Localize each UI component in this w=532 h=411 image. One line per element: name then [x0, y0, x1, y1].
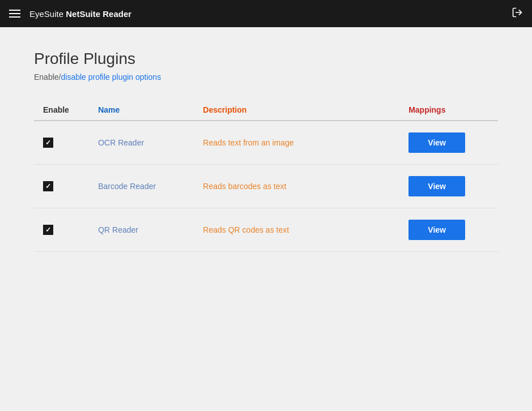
product-name: NetSuite Reader [66, 9, 131, 19]
row-enable-cell [34, 208, 89, 252]
table-header: Enable Name Description Mappings [34, 100, 498, 121]
header-description: Description [194, 100, 399, 121]
page-title: Profile Plugins [34, 50, 498, 68]
ocr-reader-name: OCR Reader [89, 121, 194, 165]
barcode-reader-checkbox[interactable] [43, 181, 53, 191]
barcode-reader-view-button[interactable]: View [408, 176, 465, 196]
table-row: OCR Reader Reads text from an image View [34, 121, 498, 165]
header-enable: Enable [34, 100, 89, 121]
checkbox-wrapper [43, 225, 80, 235]
header-mappings: Mappings [399, 100, 498, 121]
ocr-reader-checkbox[interactable] [43, 138, 53, 148]
checkbox-wrapper [43, 138, 80, 148]
subtitle-static: Enable/ [34, 72, 61, 82]
table-row: QR Reader Reads QR codes as text View [34, 208, 498, 252]
checkbox-wrapper [43, 181, 80, 191]
qr-reader-checkbox[interactable] [43, 225, 53, 235]
qr-reader-name: QR Reader [89, 208, 194, 252]
brand-name: EyeSuite [29, 9, 63, 19]
subtitle-link: disable profile plugin options [61, 72, 161, 82]
main-content: Profile Plugins Enable/disable profile p… [0, 27, 532, 275]
app-title: EyeSuite NetSuite Reader [29, 9, 131, 19]
table-row: Barcode Reader Reads barcodes as text Vi… [34, 165, 498, 208]
row-enable-cell [34, 121, 89, 165]
table-body: OCR Reader Reads text from an image View… [34, 121, 498, 252]
row-enable-cell [34, 165, 89, 208]
ocr-reader-description: Reads text from an image [194, 121, 399, 165]
barcode-reader-name: Barcode Reader [89, 165, 194, 208]
barcode-reader-mappings-cell: View [399, 165, 498, 208]
plugins-table: Enable Name Description Mappings OCR Rea… [34, 100, 498, 252]
logout-icon[interactable] [512, 7, 523, 21]
page-subtitle: Enable/disable profile plugin options [34, 72, 498, 82]
qr-reader-description: Reads QR codes as text [194, 208, 399, 252]
navbar-left: EyeSuite NetSuite Reader [9, 9, 131, 19]
header-name: Name [89, 100, 194, 121]
ocr-reader-mappings-cell: View [399, 121, 498, 165]
hamburger-menu-icon[interactable] [9, 10, 20, 18]
navbar: EyeSuite NetSuite Reader [0, 0, 532, 27]
ocr-reader-view-button[interactable]: View [408, 132, 465, 153]
qr-reader-mappings-cell: View [399, 208, 498, 252]
barcode-reader-description: Reads barcodes as text [194, 165, 399, 208]
qr-reader-view-button[interactable]: View [408, 220, 465, 240]
